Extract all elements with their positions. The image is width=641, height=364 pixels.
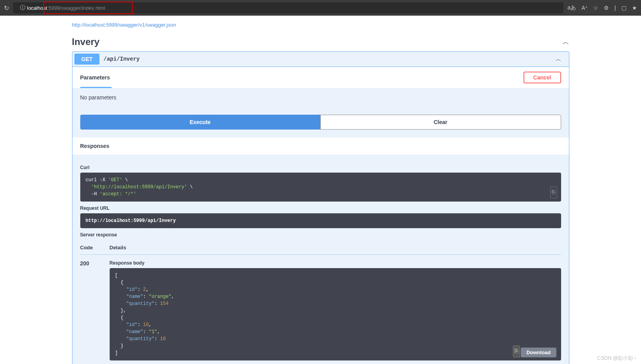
url-input[interactable]: ⓘ localhost:5999/swagger/index.html	[13, 2, 563, 13]
download-button[interactable]: Download	[521, 348, 556, 357]
execute-button[interactable]: Execute	[80, 115, 320, 130]
parameters-header: Parameters Cancel	[72, 67, 569, 88]
copy-icon[interactable]: ⎘	[550, 187, 557, 198]
response-body-block: [ { "id": 2, "name": "orange", "quantity…	[110, 268, 561, 360]
response-row: 200 Response body [ { "id": 2, "name": "…	[80, 255, 561, 364]
operation-summary[interactable]: GET /api/Invery ︿	[72, 52, 569, 67]
chevron-up-icon[interactable]: ︿	[562, 37, 569, 47]
swagger-json-link[interactable]: http://localhost:5999/swagger/v1/swagger…	[72, 20, 176, 30]
response-body-label: Response body	[110, 260, 561, 266]
extensions-icon[interactable]: ⚙	[604, 5, 609, 11]
parameters-title: Parameters	[80, 74, 110, 81]
curl-label: Curl	[80, 165, 561, 170]
cancel-button[interactable]: Cancel	[524, 72, 561, 83]
more-icon[interactable]: ★	[632, 5, 637, 11]
code-column-header: Code	[80, 245, 110, 250]
favorite-icon[interactable]: ☆	[593, 5, 598, 11]
response-details: Response body [ { "id": 2, "name": "oran…	[110, 260, 561, 360]
responses-header: Responses	[72, 137, 569, 155]
execute-row: Execute Clear	[72, 107, 569, 137]
response-table-header: Code Details	[80, 241, 561, 255]
clear-button[interactable]: Clear	[320, 115, 561, 130]
collections-icon[interactable]: ▢	[621, 5, 627, 11]
no-parameters-text: No parameters	[80, 94, 561, 101]
watermark: CSDN @彭小彭~	[597, 355, 636, 362]
tag-header[interactable]: Invery ︿	[72, 30, 569, 51]
copy-icon[interactable]: ⎘	[513, 346, 520, 357]
chevron-up-icon[interactable]: ︿	[550, 55, 567, 63]
reload-icon[interactable]: ↻	[4, 4, 9, 12]
operation-path: /api/Invery	[99, 56, 549, 62]
read-aloud-icon[interactable]: A⁺	[581, 5, 588, 11]
request-url-label: Request URL	[80, 205, 561, 211]
responses-body: Curl curl -X 'GET' \ 'http://localhost:5…	[72, 155, 569, 364]
server-response-label: Server response	[80, 232, 561, 238]
browser-address-bar: ↻ ⓘ localhost:5999/swagger/index.html aあ…	[0, 0, 641, 16]
translate-icon[interactable]: aあ	[567, 4, 576, 11]
operation-block: GET /api/Invery ︿ Parameters Cancel No p…	[72, 51, 569, 364]
details-column-header: Details	[110, 245, 561, 250]
url-text: localhost:5999/swagger/index.html	[27, 5, 105, 11]
method-badge: GET	[74, 54, 100, 65]
request-url-block: http://localhost:5999/api/Invery	[80, 213, 561, 228]
browser-toolbar-icons: aあ A⁺ ☆ ⚙ | ▢ ★	[567, 4, 637, 11]
main-container: http://localhost:5999/swagger/v1/swagger…	[72, 16, 569, 364]
response-code: 200	[80, 260, 110, 360]
info-icon[interactable]: ⓘ	[20, 4, 25, 11]
tag-title: Invery	[72, 36, 100, 47]
divider: |	[614, 5, 616, 11]
parameters-body: No parameters	[72, 88, 569, 107]
curl-block: curl -X 'GET' \ 'http://localhost:5999/a…	[80, 173, 561, 202]
